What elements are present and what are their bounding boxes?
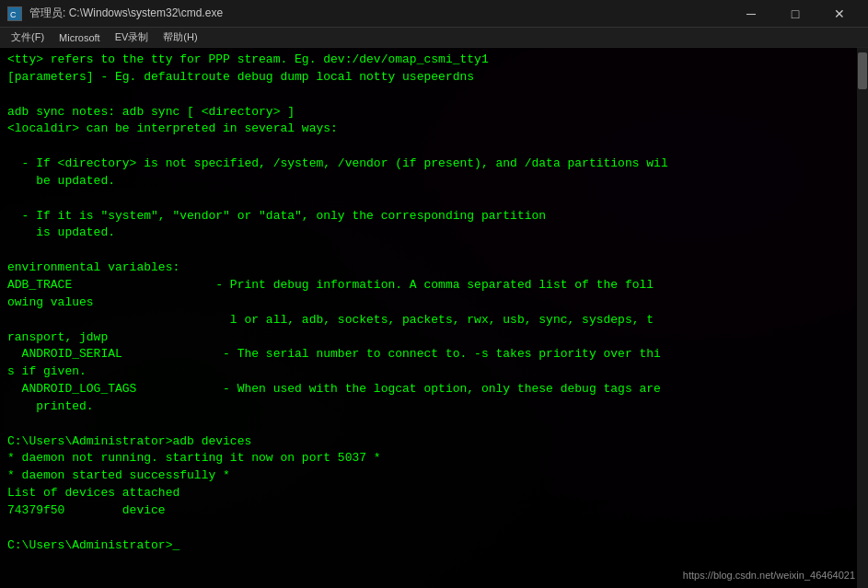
title-bar-controls: ─ □ ✕ bbox=[730, 0, 861, 28]
close-button[interactable]: ✕ bbox=[818, 0, 861, 28]
scrollbar-thumb[interactable] bbox=[858, 52, 867, 89]
watermark: https://blog.csdn.net/weixin_46464021 bbox=[683, 570, 855, 581]
svg-text:C: C bbox=[10, 10, 17, 19]
window-title: 管理员: C:\Windows\system32\cmd.exe bbox=[29, 6, 223, 21]
menu-microsoft[interactable]: Microsoft bbox=[52, 30, 108, 45]
minimize-button[interactable]: ─ bbox=[730, 0, 772, 28]
menu-file[interactable]: 文件(F) bbox=[4, 29, 52, 46]
menu-bar: 文件(F) Microsoft EV录制 帮助(H) bbox=[0, 28, 868, 48]
cmd-window: C 管理员: C:\Windows\system32\cmd.exe ─ □ ✕… bbox=[0, 0, 868, 588]
window-icon: C bbox=[7, 6, 22, 21]
menu-ev[interactable]: EV录制 bbox=[108, 29, 156, 46]
title-bar: C 管理员: C:\Windows\system32\cmd.exe ─ □ ✕ bbox=[0, 0, 868, 28]
menu-help[interactable]: 帮助(H) bbox=[156, 29, 204, 46]
scrollbar[interactable] bbox=[857, 48, 868, 588]
maximize-button[interactable]: □ bbox=[774, 0, 816, 28]
terminal-output: <tty> refers to the tty for PPP stream. … bbox=[7, 52, 861, 554]
terminal-body[interactable]: <tty> refers to the tty for PPP stream. … bbox=[0, 48, 868, 588]
title-bar-left: C 管理员: C:\Windows\system32\cmd.exe bbox=[7, 6, 223, 21]
